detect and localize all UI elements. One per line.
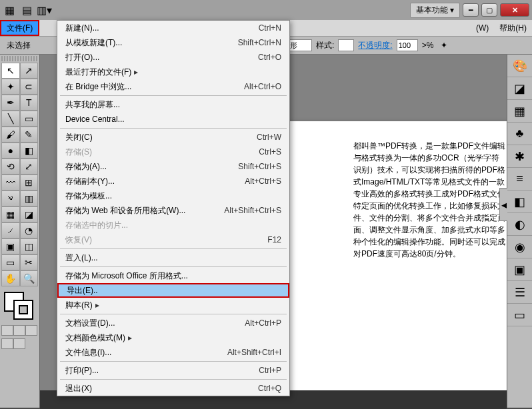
menu-item-label: 存储为(A)... (65, 161, 238, 173)
menu-item[interactable]: 存储为 Web 和设备所用格式(W)...Alt+Shift+Ctrl+S (57, 203, 289, 218)
hand-tool[interactable]: ✋ (1, 270, 20, 286)
menu-item[interactable]: 置入(L)... (57, 250, 289, 265)
pen-tool[interactable]: ✒ (1, 95, 20, 111)
menu-item[interactable]: 文档颜色模式(M) (57, 330, 289, 345)
menu-item-label: 关闭(C) (65, 132, 257, 143)
mesh-tool[interactable]: ▦ (1, 206, 20, 222)
swatches-icon[interactable]: ▦ (507, 100, 532, 123)
blend-tool[interactable]: ◔ (20, 222, 39, 238)
menu-help[interactable]: 帮助(H) (494, 20, 532, 36)
menu-item[interactable]: 在 Bridge 中浏览...Alt+Ctrl+O (57, 79, 289, 94)
menu-item[interactable]: 存储为(A)...Shift+Ctrl+S (57, 159, 289, 174)
pencil-tool[interactable]: ✎ (20, 127, 39, 143)
paintbrush-tool[interactable]: 🖌 (1, 127, 20, 143)
menu-item[interactable]: 打印(P)...Ctrl+P (57, 363, 289, 378)
type-tool[interactable]: T (20, 95, 39, 111)
maximize-button[interactable]: ▢ (481, 3, 497, 17)
wand-icon[interactable]: ✦ (437, 39, 451, 52)
menu-item[interactable]: 从模板新建(T)...Shift+Ctrl+N (57, 35, 289, 50)
fill-none-mode[interactable] (25, 325, 37, 336)
gradient-tool[interactable]: ◪ (20, 206, 39, 222)
live-paint-tool[interactable]: ▣ (1, 238, 20, 254)
style-swatch[interactable] (338, 39, 354, 51)
artboards-icon[interactable]: ▭ (507, 304, 532, 326)
menu-item[interactable]: 导出(E).. (57, 283, 289, 298)
symbol-sprayer-tool[interactable]: ༄ (1, 191, 20, 206)
color-panel-icon[interactable]: 🎨 (507, 55, 532, 77)
menu-item-label: 打印(P)... (65, 365, 259, 376)
menu-item: 存储(S)Ctrl+S (57, 145, 289, 159)
warp-tool[interactable]: 〰 (1, 175, 20, 191)
zoom-tool[interactable]: 🔍 (20, 270, 39, 286)
color-swatch[interactable] (1, 290, 38, 322)
magic-wand-tool[interactable]: ✦ (1, 79, 20, 95)
fill-color-mode[interactable] (1, 325, 13, 336)
free-transform-tool[interactable]: ⊞ (20, 175, 39, 191)
blob-brush-tool[interactable]: ● (1, 143, 20, 159)
eyedropper-tool[interactable]: ⟋ (1, 222, 20, 238)
menu-item[interactable]: 存储副本(Y)...Alt+Ctrl+S (57, 174, 289, 189)
lasso-tool[interactable]: ⊂ (20, 79, 39, 95)
menu-item[interactable]: 文档设置(D)...Alt+Ctrl+P (57, 316, 289, 330)
layers-icon[interactable]: ☰ (507, 281, 532, 304)
menu-item-label: 在 Bridge 中浏览... (65, 81, 244, 93)
menu-item-label: 恢复(V) (65, 234, 267, 246)
transparency-icon[interactable]: ◐ (507, 213, 532, 236)
menu-window[interactable]: (W) (471, 20, 494, 36)
menu-item-label: 新建(N)... (65, 23, 259, 34)
menu-item[interactable]: 共享我的屏幕... (57, 97, 289, 112)
file-menu-dropdown: 新建(N)...Ctrl+N从模板新建(T)...Shift+Ctrl+N打开(… (57, 20, 290, 396)
gradient-icon[interactable]: ◧ (507, 191, 532, 213)
opacity-pct: >% (422, 41, 434, 50)
screen-mode-full[interactable] (13, 338, 25, 349)
minimize-button[interactable]: ━ (463, 3, 479, 17)
eraser-tool[interactable]: ◧ (20, 143, 39, 159)
close-button[interactable]: ✕ (500, 3, 529, 17)
fill-gradient-mode[interactable] (13, 325, 25, 336)
menu-item[interactable]: 文件信息(I)...Alt+Shift+Ctrl+I (57, 345, 289, 360)
live-paint-select-tool[interactable]: ◫ (20, 238, 39, 254)
menu-item-label: 存储选中的切片... (65, 220, 281, 231)
slice-tool[interactable]: ✂ (20, 254, 39, 270)
menu-item-shortcut: Alt+Shift+Ctrl+I (227, 348, 281, 357)
menu-item[interactable]: 关闭(C)Ctrl+W (57, 130, 289, 145)
menu-item[interactable]: Device Central... (57, 112, 289, 127)
rotate-tool[interactable]: ⟲ (1, 159, 20, 175)
menu-item[interactable]: 存储为模板... (57, 189, 289, 203)
menu-item[interactable]: 退出(X)Ctrl+Q (57, 381, 289, 396)
appearance-icon[interactable]: ◉ (507, 236, 532, 258)
menu-item[interactable]: 脚本(R) (57, 298, 289, 312)
menu-item-shortcut: Shift+Ctrl+N (238, 38, 281, 47)
menu-separator (60, 95, 287, 96)
menu-item-shortcut: Shift+Ctrl+S (238, 162, 281, 171)
artboard-tool[interactable]: ▭ (1, 254, 20, 270)
menu-file[interactable]: 文件(F) (0, 20, 39, 36)
opacity-label[interactable]: 不透明度: (358, 40, 392, 51)
opacity-input[interactable] (397, 39, 418, 51)
menu-item-label: 存储(S) (65, 147, 259, 158)
arrange-icon[interactable]: ▥▾ (37, 3, 51, 17)
menu-item[interactable]: 存储为 Microsoft Office 所用格式... (57, 268, 289, 283)
menu-item-label: 存储副本(Y)... (65, 176, 245, 187)
workspace-switcher[interactable]: 基本功能 ▾ (410, 3, 460, 18)
toolbox-grip[interactable] (1, 56, 38, 61)
graphic-styles-icon[interactable]: ▣ (507, 258, 532, 281)
menu-item[interactable]: 最近打开的文件(F) (57, 65, 289, 79)
line-tool[interactable]: ╲ (1, 111, 20, 127)
rectangle-tool[interactable]: ▭ (20, 111, 39, 127)
direct-selection-tool[interactable]: ↗ (20, 63, 39, 79)
bridge-icon[interactable]: ▤ (20, 3, 33, 17)
symbols-icon[interactable]: ✱ (507, 145, 532, 168)
panel-expand-handle[interactable]: ◂ (499, 188, 507, 221)
menu-item-shortcut: Alt+Ctrl+O (244, 82, 281, 91)
menu-item[interactable]: 新建(N)...Ctrl+N (57, 21, 289, 35)
color-guide-icon[interactable]: ◪ (507, 77, 532, 100)
brushes-icon[interactable]: ♣ (507, 123, 532, 145)
stroke-icon[interactable]: ≡ (507, 168, 532, 191)
graph-tool[interactable]: ▥ (20, 191, 39, 206)
screen-mode-normal[interactable] (1, 338, 13, 349)
menu-item-label: 存储为 Web 和设备所用格式(W)... (65, 205, 224, 216)
menu-item[interactable]: 打开(O)...Ctrl+O (57, 50, 289, 65)
scale-tool[interactable]: ⤢ (20, 159, 39, 175)
selection-tool[interactable]: ↖ (1, 63, 20, 79)
